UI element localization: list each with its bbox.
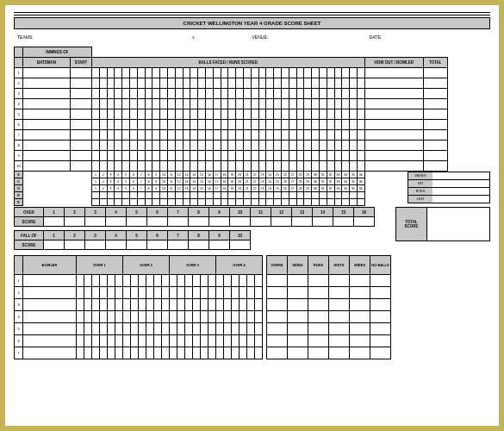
fall-cell <box>230 240 251 250</box>
over-cell <box>292 217 313 227</box>
over-cell <box>333 217 354 227</box>
row-num: 5 <box>15 323 23 335</box>
batsman-row: 5 <box>15 109 448 120</box>
row-num: 9 <box>15 151 23 161</box>
bowler-summary-row <box>267 299 391 311</box>
row-num: 7 <box>15 130 23 141</box>
bowler-summary-row <box>267 347 391 359</box>
fall-num: 3 <box>85 231 106 240</box>
over-num: 16 <box>354 208 375 217</box>
over-cell <box>189 217 209 227</box>
date-label: DATE: <box>370 34 382 40</box>
over-num: 13 <box>292 208 313 217</box>
row-num: 8 <box>15 141 23 151</box>
row-num: 6 <box>15 335 23 347</box>
fall-cell <box>189 240 209 250</box>
fall-cell <box>85 240 106 250</box>
fall-num: 1 <box>44 231 65 240</box>
row-num: 2 <box>15 287 23 299</box>
vs-label: v <box>192 34 195 40</box>
fall-num: 5 <box>127 231 147 240</box>
row-num: 7 <box>15 347 23 359</box>
over-num: 8 <box>189 208 209 217</box>
hdr-over1: OVER 1 <box>77 256 123 275</box>
fall-cell <box>168 240 189 250</box>
fall-score-label: SCORE <box>15 240 44 250</box>
over-label: OVER <box>15 208 44 217</box>
hdr-start: START <box>71 58 92 68</box>
venue-label: VENUE: <box>252 34 269 40</box>
batsman-row: 7 <box>15 130 448 141</box>
fall-label: FALL OF <box>15 231 44 240</box>
hdr-runs: RUNS <box>308 256 329 275</box>
hdr-noballs: NO BALLS <box>370 256 391 275</box>
hdr-total: TOTAL <box>423 58 447 68</box>
batsman-row: 4 <box>15 99 448 109</box>
row-num: 4 <box>15 311 23 323</box>
bowler-row: 6 <box>15 335 263 347</box>
over-cell <box>354 217 375 227</box>
row-num: 5 <box>15 109 23 120</box>
bowler-row: 7 <box>15 347 263 359</box>
row-num: 3 <box>15 89 23 99</box>
over-num: 4 <box>106 208 127 217</box>
fall-num: 4 <box>106 231 127 240</box>
fall-num: 10 <box>230 231 251 240</box>
over-cell <box>313 217 333 227</box>
batsman-row: 3 <box>15 89 448 99</box>
batsman-row: 8 <box>15 141 448 151</box>
hdr-balls: BALLS FACED / RUNS SCORED <box>92 58 365 68</box>
over-cell <box>251 217 271 227</box>
fall-num: 2 <box>65 231 85 240</box>
over-num: 7 <box>168 208 189 217</box>
fall-cell <box>147 240 168 250</box>
over-num: 2 <box>65 208 85 217</box>
total-score-box: TOTAL SCORE <box>395 207 490 241</box>
extras-no: NO <box>408 180 432 187</box>
overs-table: OVER12345678910111213141516 SCORE <box>14 207 375 227</box>
bowler-row: 1 <box>15 275 263 287</box>
fall-cell <box>209 240 230 250</box>
over-num: 14 <box>313 208 333 217</box>
over-num: 10 <box>230 208 251 217</box>
bowler-summary-row <box>267 311 391 323</box>
bowler-row: 2 <box>15 287 263 299</box>
batsman-row: 9 <box>15 151 448 161</box>
batsman-row: 6 <box>15 120 448 130</box>
fall-cell <box>44 240 65 250</box>
fall-num: 8 <box>189 231 209 240</box>
over-cell <box>85 217 106 227</box>
over-cell <box>147 217 168 227</box>
innings-header: INNINGS OF <box>23 47 92 58</box>
over-cell <box>230 217 251 227</box>
page-title: CRICKET WELLINGTON YEAR 4 GRADE SCORE SH… <box>14 17 490 29</box>
over-num: 3 <box>85 208 106 217</box>
bowling-summary: OVERS MDNS RUNS WKTS WIDES NO BALLS <box>266 255 391 359</box>
hdr-over3: OVER 3 <box>170 256 216 275</box>
hdr-overs: OVERS <box>267 256 288 275</box>
batsman-row: 10 <box>15 161 448 172</box>
over-num: 9 <box>209 208 230 217</box>
hdr-howout: HOW OUT / BOWLER <box>364 58 423 68</box>
row-num: 1 <box>15 68 23 78</box>
bowling-table: BOWLER OVER 1 OVER 2 OVER 3 OVER 4 12345… <box>14 255 263 359</box>
hdr-over2: OVER 2 <box>123 256 170 275</box>
row-num: 2 <box>15 78 23 89</box>
teams-label: TEAMS: <box>17 34 34 40</box>
extras-byes: BYES <box>408 188 432 195</box>
hdr-batsman: BATSMAN <box>23 58 71 68</box>
bowler-row: 5 <box>15 323 263 335</box>
fall-cell <box>65 240 85 250</box>
over-score-label: SCORE <box>15 217 44 227</box>
batsman-row: 2 <box>15 78 448 89</box>
over-num: 12 <box>271 208 292 217</box>
batsman-row: 1 <box>15 68 448 78</box>
bowler-summary-row <box>267 275 391 287</box>
hdr-wkts: WKTS <box>329 256 350 275</box>
over-cell <box>106 217 127 227</box>
row-num: 1 <box>15 275 23 287</box>
bowler-row: 4 <box>15 311 263 323</box>
over-num: 6 <box>147 208 168 217</box>
hdr-mdns: MDNS <box>288 256 308 275</box>
bowler-summary-row <box>267 287 391 299</box>
